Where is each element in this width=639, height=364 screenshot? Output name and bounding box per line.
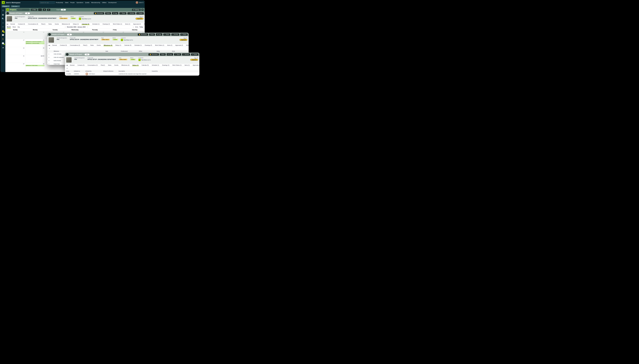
prev-record-button[interactable]: ‹	[66, 34, 66, 36]
nav-sales[interactable]: Sales	[65, 2, 69, 3]
share-button[interactable]: ⇪ Share	[119, 12, 126, 14]
reminders-button[interactable]: 🔔 Reminders	[138, 34, 148, 36]
help-icon[interactable]: ?	[2, 26, 4, 28]
edit-tags-icon[interactable]: ✎	[197, 57, 198, 58]
collapse-icon[interactable]: ◀	[67, 64, 68, 66]
back-button[interactable]: →	[66, 53, 69, 56]
subtab[interactable]: Conversations (3)	[86, 64, 99, 66]
back-button[interactable]: →	[48, 33, 51, 36]
search-input[interactable]	[17, 8, 30, 11]
today-button[interactable]: Today	[140, 26, 143, 28]
follow-button[interactable]: Follow	[149, 34, 155, 36]
nav-quality[interactable]: Quality	[85, 2, 90, 3]
app-logo-icon[interactable]: a	[2, 1, 5, 4]
subtab[interactable]: General	[9, 23, 17, 25]
subtab[interactable]: Schedule (1)	[150, 64, 161, 66]
nav-development[interactable]: Development	[108, 2, 117, 3]
tab-projects[interactable]: Projects✕	[2, 5, 10, 7]
calendar-cell[interactable]: 25	[25, 47, 45, 55]
archive-button[interactable]: ▭ Archive	[127, 12, 135, 14]
nav-manufacturing[interactable]: Manufacturing	[91, 2, 100, 3]
edit-tags-icon[interactable]: ✎	[142, 16, 143, 18]
copy-button[interactable]: ⧉	[43, 8, 46, 11]
calendar-cell[interactable]: 10	[5, 31, 25, 39]
calendar-event[interactable]: Milestone 1: Order all desks	[26, 43, 45, 44]
dropdown-icon[interactable]: ▾	[66, 64, 66, 66]
dashboard-icon[interactable]: ▦	[2, 14, 4, 16]
subtab[interactable]: Calendar (5)	[80, 23, 91, 25]
nav-productivity[interactable]: Productivity	[56, 2, 63, 3]
calendar-cell[interactable]: Jan 01	[25, 55, 45, 63]
next-record-button[interactable]: ›	[31, 12, 32, 14]
nav-people[interactable]: People	[70, 2, 75, 3]
search-icon[interactable]: 🔍	[2, 18, 4, 20]
table-row[interactable]: 2 months1/29/2024Nick MasonLead time for…	[65, 72, 199, 76]
chat-icon[interactable]: 💬	[2, 34, 4, 36]
plus-icon[interactable]: ＋	[2, 22, 4, 24]
app-search-input[interactable]	[40, 1, 55, 4]
copy-button[interactable]: ⧉ Copy	[156, 33, 162, 36]
subtab[interactable]: Delays (1)	[131, 64, 140, 66]
next-record-button[interactable]: ›	[73, 34, 73, 36]
help-button[interactable]: ?	[141, 8, 144, 11]
cloud-upload-icon[interactable]: ☁	[2, 46, 4, 48]
calendar-cell[interactable]: 11	[25, 31, 45, 39]
subtab[interactable]: Drawings (2)	[143, 44, 154, 46]
subtab[interactable]: Milestones (4)	[102, 44, 114, 46]
subtab[interactable]: Notes	[47, 23, 53, 25]
add-button[interactable]: ＋	[38, 8, 42, 11]
subtab[interactable]: Delays (1)	[72, 23, 80, 25]
archive-button[interactable]: ▭ Archive	[171, 34, 179, 36]
subtab[interactable]: General	[51, 44, 59, 46]
subtab[interactable]: Delays (1)	[114, 44, 123, 46]
nav-operations[interactable]: Operations	[77, 2, 83, 3]
delete-button[interactable]: ✕ Delete	[180, 34, 188, 36]
reminders-button[interactable]: 🔔 Reminders	[94, 12, 104, 14]
clock-icon[interactable]: 🕓	[2, 42, 4, 44]
subtab[interactable]: Conversations (3)	[27, 23, 40, 25]
user-chip[interactable]: Jenn S	[136, 1, 143, 4]
subtab[interactable]: Contacts (5)	[59, 44, 68, 46]
subtab[interactable]: Notes	[107, 64, 113, 66]
copy-button[interactable]: ⧉ Copy	[112, 12, 118, 14]
subtab[interactable]: Approvals (2)	[132, 23, 142, 25]
nav-utilities[interactable]: Utilities	[102, 2, 107, 3]
subtab[interactable]: Conversations (3)	[68, 44, 82, 46]
range-prev-button[interactable]: ‹	[65, 26, 65, 28]
subtab[interactable]: Whiteboards (1)	[142, 23, 145, 25]
edit-tags-icon[interactable]: ✎	[186, 37, 187, 39]
subtab[interactable]: Calendar (5)	[123, 44, 133, 46]
follow-button[interactable]: Follow	[105, 12, 111, 14]
dropdown-icon[interactable]: ▾	[48, 44, 49, 46]
back-button[interactable]: →	[7, 12, 9, 14]
subtab[interactable]: Drawings (2)	[101, 23, 112, 25]
subtab[interactable]: Contacts (5)	[76, 64, 86, 66]
close-icon[interactable]: ✕	[18, 6, 19, 7]
close-icon[interactable]: ✕	[8, 6, 9, 7]
subtab[interactable]: Events	[53, 23, 60, 25]
calendar-cell[interactable]: 18Milestone 2: Order all computersMilest…	[25, 39, 45, 47]
calendar-cell[interactable]: 17	[5, 39, 25, 47]
calendar-event[interactable]: Milestone 2: Order all computers	[26, 41, 45, 42]
settings-button[interactable]: ⚙ Settings	[132, 9, 141, 11]
subtab[interactable]: Drawings (2)	[161, 64, 171, 66]
subtab[interactable]: Events	[95, 44, 102, 46]
share-button[interactable]: ⇪ Share	[174, 54, 181, 56]
prev-record-button[interactable]: ‹	[24, 12, 24, 14]
collapse-icon[interactable]: ◀	[7, 23, 8, 25]
subtab[interactable]: Files(1)	[99, 64, 107, 66]
reminders-button[interactable]: 🔔 Reminders	[149, 54, 159, 56]
calendar-cell[interactable]: 24	[5, 47, 25, 55]
calendar-cell[interactable]: 08Milestone 3: Build desks	[25, 63, 45, 71]
subtab[interactable]: Files(1)	[82, 44, 89, 46]
bell-icon[interactable]: 🔔	[2, 30, 4, 32]
calendar-cell[interactable]: 07	[5, 63, 25, 71]
subtab[interactable]: Milestones (4)	[120, 64, 131, 66]
collapse-icon[interactable]: ◀	[49, 44, 50, 46]
archive-button[interactable]: ▭ Archive	[182, 54, 190, 56]
apps-grid-icon[interactable]: ⠿	[2, 10, 4, 12]
next-record-button[interactable]: ›	[91, 54, 91, 55]
view-month[interactable]: Month	[7, 26, 11, 28]
subtab[interactable]: Notes	[89, 44, 95, 46]
subtab[interactable]: Work Orders (1)	[154, 44, 166, 46]
